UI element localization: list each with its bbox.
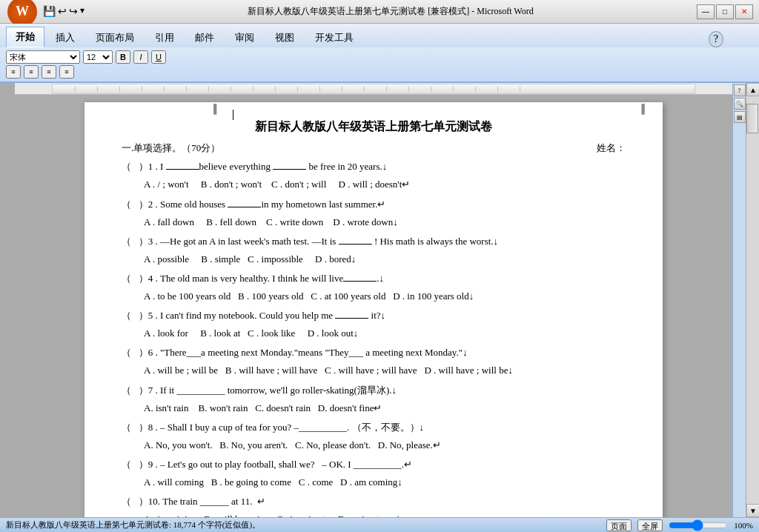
help-icon[interactable]: ? [709, 31, 723, 47]
redo-button[interactable]: ↪ [69, 5, 78, 18]
document-title: 新目标人教版八年级英语上册第七单元测试卷 [122, 117, 626, 136]
scroll-track[interactable] [746, 96, 759, 504]
office-button[interactable]: W [7, 0, 37, 27]
page-marker-left: ▐ [211, 102, 217, 116]
underline-button[interactable]: U [151, 50, 166, 64]
bold-button[interactable]: B [116, 50, 130, 64]
italic-button[interactable]: I [133, 50, 148, 64]
zoom-icon[interactable]: 🔍 [734, 98, 746, 110]
ribbon-tabs: 开始 插入 页面布局 引用 邮件 审阅 视图 开发工具 ? [0, 24, 759, 47]
status-bar: 新目标人教版八年级英语上册第七单元测试卷: 18,774 个字符(近似值)。 页… [0, 517, 759, 532]
vertical-scrollbar[interactable]: ▲ ▼ [746, 83, 759, 517]
page-scroll-area[interactable]: ▐ ▌ 新目标人教版八年级英语上册第七单元测试卷 一.单项选择。（70分） 姓名… [15, 95, 732, 517]
title-bar: W 💾 ↩ ↪ ▾ 新目标人教版八年级英语上册第七单元测试卷 [兼容模式] - … [0, 0, 759, 24]
question-9: （ ）9 . – Let's go out to play football, … [122, 456, 626, 473]
question-10: （ ）10. The train ______ at 11. ↵ [122, 493, 626, 510]
print-layout-icon[interactable]: ▤ [734, 111, 746, 123]
justify-button[interactable]: ≡ [59, 65, 74, 79]
ribbon-content: 宋体 12 B I U ≡ ≡ ≡ ≡ [0, 47, 759, 83]
question-2-options: A . fall down B . fell down C . write do… [144, 214, 626, 230]
window-title: 新目标人教版八年级英语上册第七单元测试卷 [兼容模式] - Microsoft … [84, 5, 697, 18]
question-7: （ ）7 . If it __________ tomorrow, we'll … [122, 382, 626, 399]
font-controls: 宋体 12 B I U ≡ ≡ ≡ ≡ [6, 50, 166, 79]
right-icons-panel: ? 🔍 ▤ [732, 83, 746, 517]
zoom-level: 100% [734, 521, 753, 530]
view-full-screen[interactable]: 全屏 [637, 519, 663, 531]
question-3-options: A . possible B . simple C . impossible D… [144, 251, 626, 267]
question-6: （ ）6 . "There___a meeting next Monday."m… [122, 345, 626, 361]
tab-insert[interactable]: 插入 [46, 27, 84, 47]
question-6-options: A . will be ; will be B . will have ; wi… [144, 362, 626, 379]
tab-developer[interactable]: 开发工具 [305, 27, 363, 47]
question-4: （ ）4 . The old man is very healthy. I th… [122, 270, 626, 287]
document-container: | | | | | | | | | | | | | | | | | [15, 83, 732, 517]
tab-view[interactable]: 视图 [265, 27, 304, 47]
align-center-button[interactable]: ≡ [24, 65, 39, 79]
font-family-select[interactable]: 宋体 [6, 50, 80, 64]
ruler: | | | | | | | | | | | | | | | | | [15, 83, 732, 95]
page-marker-right: ▌ [641, 102, 648, 116]
tab-references[interactable]: 引用 [145, 27, 184, 47]
question-1-options: A . / ; won't B . don't ; won't C . don'… [144, 176, 626, 193]
question-9-options: A . will coming B . be going to come C .… [144, 474, 626, 491]
tab-mailings[interactable]: 邮件 [185, 27, 224, 47]
document-page: ▐ ▌ 新目标人教版八年级英语上册第七单元测试卷 一.单项选择。（70分） 姓名… [84, 102, 663, 517]
scroll-up-button[interactable]: ▲ [746, 83, 759, 96]
scroll-thumb[interactable] [746, 104, 758, 133]
close-button[interactable]: ✕ [735, 4, 753, 19]
window-controls: — □ ✕ [697, 4, 753, 19]
name-label: 姓名： [597, 141, 626, 156]
text-cursor [233, 110, 233, 120]
question-4-options: A . to be 100 years old B . 100 years ol… [144, 288, 626, 305]
question-7-options: A. isn't rain B. won't rain C. doesn't r… [144, 400, 626, 416]
question-3: （ ）3 . —He got an A in last week's math … [122, 233, 626, 250]
tab-start[interactable]: 开始 [6, 27, 44, 47]
font-size-select[interactable]: 12 [83, 50, 113, 64]
zoom-slider[interactable] [669, 520, 728, 531]
question-10-options: A . is arriving B . will be arrive C . i… [144, 511, 626, 517]
tab-review[interactable]: 审阅 [225, 27, 264, 47]
quick-access-toolbar: 💾 ↩ ↪ ▾ [43, 5, 84, 18]
question-5-options: A . look for B . look at C . look like D… [144, 325, 626, 342]
scroll-down-button[interactable]: ▼ [746, 504, 759, 517]
tab-page-layout[interactable]: 页面布局 [86, 27, 144, 47]
section-label: 一.单项选择。（70分） [122, 141, 220, 156]
align-right-button[interactable]: ≡ [42, 65, 56, 79]
save-button[interactable]: 💾 [43, 5, 56, 18]
main-area: | | | | | | | | | | | | | | | | | [0, 83, 759, 517]
help-icon-right[interactable]: ? [734, 84, 746, 96]
undo-button[interactable]: ↩ [58, 5, 67, 18]
left-margin [0, 83, 15, 517]
question-8-options: A. No, you won't. B. No, you aren't. C. … [144, 437, 626, 453]
status-bar-right: 页面 全屏 100% [606, 519, 753, 531]
restore-button[interactable]: □ [716, 4, 734, 19]
question-2: （ ）2 . Some old houses in my hometown la… [122, 196, 626, 213]
section-header: 一.单项选择。（70分） 姓名： [122, 141, 626, 156]
view-print-layout[interactable]: 页面 [606, 519, 632, 531]
question-8: （ ）8 . – Shall I buy a cup of tea for yo… [122, 419, 626, 436]
minimize-button[interactable]: — [697, 4, 715, 19]
align-left-button[interactable]: ≡ [6, 65, 21, 79]
question-5: （ ）5 . I can't find my notebook. Could y… [122, 307, 626, 324]
status-text: 新目标人教版八年级英语上册第七单元测试卷: 18,774 个字符(近似值)。 [6, 519, 260, 531]
question-1: （ ）1 . I believe everything be free in 2… [122, 159, 626, 175]
